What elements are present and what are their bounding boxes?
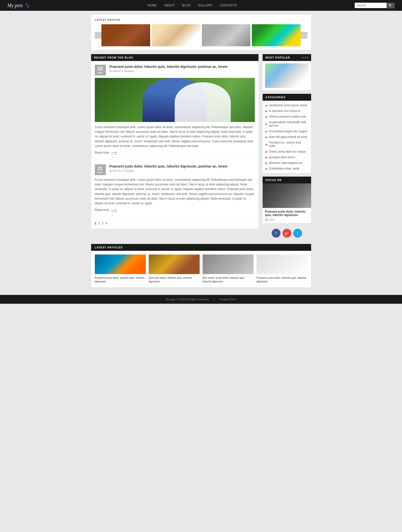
post-1-date: 22 MAR bbox=[95, 65, 106, 75]
article-image-1[interactable] bbox=[149, 254, 200, 274]
pagination: 1 2 3 4 bbox=[95, 222, 255, 225]
post-1-header: 22 MAR Praesent justo dolor, lobortis qu… bbox=[95, 65, 255, 75]
post-1-byline: by Admin in General bbox=[110, 70, 255, 73]
pagination-4[interactable]: 4 bbox=[106, 222, 107, 225]
post-2-byline: by Admin in General bbox=[110, 169, 255, 172]
photo-thumb-1[interactable] bbox=[101, 24, 150, 46]
google-button[interactable]: g+ bbox=[282, 229, 291, 238]
cat-arrow-3: ▶ bbox=[266, 123, 268, 125]
cat-arrow-7: ▶ bbox=[266, 150, 268, 153]
article-image-2[interactable] bbox=[203, 254, 254, 274]
post-image-dog-shape bbox=[175, 82, 231, 122]
category-item-4: ▶Ut pharetra augue nec augue bbox=[266, 129, 308, 134]
pagination-2[interactable]: 2 bbox=[98, 222, 100, 225]
category-link-5[interactable]: Nam elit agna,ndrerit sit amet bbox=[269, 135, 307, 139]
cat-arrow-4: ▶ bbox=[266, 130, 268, 133]
twitter-button[interactable]: t bbox=[293, 229, 302, 238]
category-link-10[interactable]: Scelerisque vitae, pede bbox=[269, 167, 300, 170]
social-buttons: f g+ t bbox=[262, 226, 311, 240]
post-2-read-more[interactable]: Read more ——→ bbox=[95, 208, 255, 212]
focus-title[interactable]: Praesent justo dolor, lobortis quis, lob… bbox=[265, 210, 309, 217]
blog-post-1: 22 MAR Praesent justo dolor, lobortis qu… bbox=[95, 65, 255, 159]
blog-post-2: 21 MAR Praesent justo dolor, lobortis qu… bbox=[95, 164, 255, 217]
category-link-4[interactable]: Ut pharetra augue nec augue bbox=[269, 130, 307, 133]
footer-privacy-link[interactable]: Privacy Policy bbox=[219, 298, 236, 301]
article-image-3[interactable] bbox=[256, 254, 307, 274]
post-1-read-more[interactable]: Read more ——→ bbox=[95, 151, 255, 154]
carousel-next-button[interactable]: » bbox=[301, 32, 307, 39]
dot-3 bbox=[307, 57, 308, 58]
category-item-7: ▶Donec porta diam eu massa bbox=[266, 149, 308, 155]
articles-grid: Praesent justo dolor, lobortis quis, lob… bbox=[91, 251, 311, 287]
nav-home[interactable]: HOME bbox=[147, 4, 157, 7]
focus-widget: FOCUS ON Praesent justo dolor, lobortis … bbox=[262, 176, 311, 223]
cat-arrow-8: ▶ bbox=[266, 156, 268, 159]
post-1-title[interactable]: Praesent justo dolor, lobortis quis, lob… bbox=[110, 65, 255, 69]
nav-gallery[interactable]: GALLERY bbox=[198, 4, 213, 7]
photo-thumb-3[interactable] bbox=[202, 24, 251, 46]
category-link-0[interactable]: Vestibulum anne ipsum prinis bbox=[269, 104, 307, 107]
post-2-title[interactable]: Praesent justo dolor, lobortis quis, lob… bbox=[110, 164, 255, 168]
category-link-3[interactable]: Suspendisse sollicitudin velit sed leo bbox=[269, 121, 308, 127]
carousel-prev-button[interactable]: « bbox=[95, 32, 102, 39]
post-1-day: 22 bbox=[97, 66, 103, 72]
category-item-8: ▶Quisque diam lorem bbox=[266, 155, 308, 160]
category-link-2[interactable]: Ultrices posuere cubilia urae bbox=[269, 115, 306, 118]
photos-section: LATEST PHOTOS « » bbox=[91, 14, 311, 50]
post-1-month: MAR bbox=[97, 72, 103, 74]
categories-widget: CATEGORIES ▶Vestibulum anne ipsum prinis… bbox=[262, 94, 311, 173]
photos-label: LATEST PHOTOS bbox=[95, 18, 307, 21]
dot-2 bbox=[305, 57, 306, 58]
post-2-header: 21 MAR Praesent justo dolor, lobortis qu… bbox=[95, 164, 255, 175]
photo-thumb-2[interactable] bbox=[152, 24, 200, 46]
focus-image[interactable] bbox=[263, 183, 311, 208]
category-item-6: ▶Tincidunt ac, viverra sed, nulla bbox=[266, 140, 308, 149]
pagination-1[interactable]: 1 bbox=[95, 222, 97, 225]
cat-arrow-1: ▶ bbox=[266, 110, 268, 112]
article-title-2[interactable]: Aler esent, justo dolor, lobortis quis, … bbox=[203, 276, 254, 284]
cat-arrow-2: ▶ bbox=[266, 115, 268, 118]
categories-list: ▶Vestibulum anne ipsum prinis ▶In faucib… bbox=[263, 101, 311, 173]
category-item-1: ▶In faucibus orci luctus et bbox=[266, 108, 308, 114]
focus-body: Praesent justo dolor, lobortis quis, lob… bbox=[263, 183, 311, 223]
main-column: RECENT FROM THE BLOG 22 MAR Praesent jus… bbox=[91, 54, 259, 240]
nav-blog[interactable]: BLOG bbox=[182, 4, 191, 7]
category-link-1[interactable]: In faucibus orci luctus et bbox=[269, 109, 301, 113]
category-link-9[interactable]: Interdum vitae,dapibus ac bbox=[269, 161, 303, 165]
pagination-3[interactable]: 3 bbox=[102, 222, 104, 225]
search-input[interactable] bbox=[355, 3, 387, 8]
footer-copyright: My pets © 2014 All Rights Reserved bbox=[166, 298, 209, 301]
photo-thumb-4[interactable] bbox=[252, 24, 301, 46]
article-image-0[interactable] bbox=[95, 254, 146, 274]
post-1-meta: Praesent justo dolor, lobortis quis, lob… bbox=[110, 65, 255, 73]
popular-image[interactable] bbox=[265, 63, 309, 88]
sidebar: MOST POPULAR CATEGORIES ▶Vestibu bbox=[262, 54, 311, 240]
search-button[interactable]: 🔍 bbox=[387, 3, 395, 8]
category-link-6[interactable]: Tincidunt ac, viverra sed, nulla bbox=[269, 141, 308, 148]
post-1-image bbox=[95, 78, 255, 122]
nav-contacts[interactable]: CONTACTS bbox=[220, 4, 237, 7]
article-title-0[interactable]: Praesent justo dolor, lobortis quis, lob… bbox=[95, 276, 146, 284]
site-logo[interactable]: My pets 🐾 bbox=[7, 3, 30, 8]
dot-1 bbox=[302, 57, 304, 58]
cat-arrow-10: ▶ bbox=[266, 167, 268, 170]
nav-about[interactable]: ABOUT bbox=[164, 4, 175, 7]
read-more-arrow-2: ——→ bbox=[111, 210, 116, 210]
two-col-layout: RECENT FROM THE BLOG 22 MAR Praesent jus… bbox=[91, 54, 311, 240]
header: My pets 🐾 HOME ABOUT BLOG GALLERY CONTAC… bbox=[0, 0, 402, 11]
cat-arrow-6: ▶ bbox=[266, 143, 268, 146]
footer: My pets © 2014 All Rights Reserved | Pri… bbox=[0, 295, 402, 304]
article-title-3[interactable]: Praesent justo dolor, lobortis quis, lob… bbox=[256, 276, 307, 284]
comment-icon: 💬 bbox=[265, 218, 268, 221]
category-item-0: ▶Vestibulum anne ipsum prinis bbox=[266, 103, 308, 108]
most-popular-widget: MOST POPULAR bbox=[262, 54, 311, 91]
widget-dots bbox=[302, 57, 308, 58]
logo-paw-icon: 🐾 bbox=[24, 3, 30, 8]
focus-header: FOCUS ON bbox=[263, 177, 311, 183]
category-link-8[interactable]: Quisque diam lorem bbox=[269, 156, 295, 159]
facebook-button[interactable]: f bbox=[272, 229, 280, 238]
article-title-1[interactable]: Sed usto dolor, lobortis quis, lobortis … bbox=[149, 276, 200, 284]
category-link-7[interactable]: Donec porta diam eu massa bbox=[269, 150, 306, 153]
comment-count: 115 bbox=[269, 218, 274, 221]
article-item-1: Sed usto dolor, lobortis quis, lobortis … bbox=[149, 254, 200, 284]
